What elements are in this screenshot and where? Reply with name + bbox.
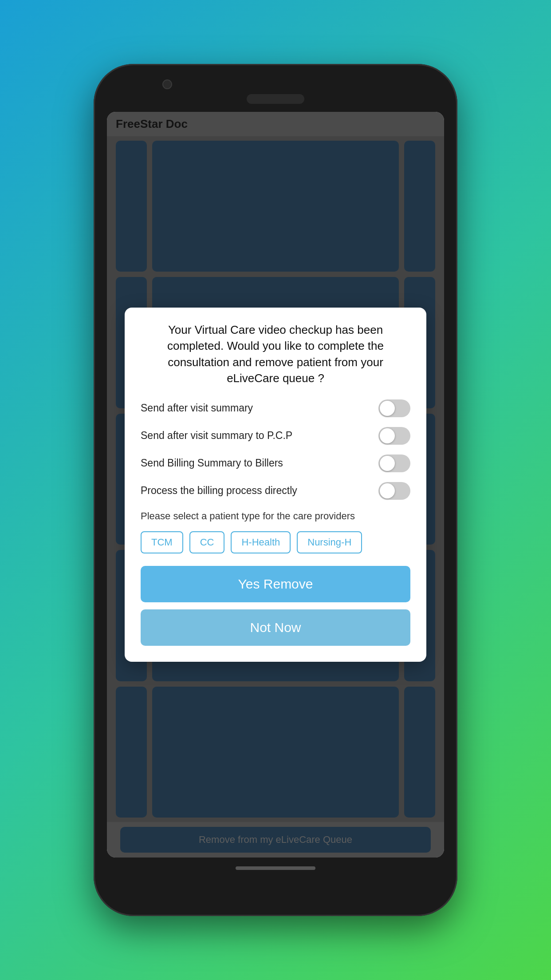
phone-screen: FreeStar Doc <box>107 112 444 858</box>
phone-speaker <box>247 94 304 104</box>
toggle-label-after-visit: Send after visit summary <box>141 402 253 415</box>
phone-frame: FreeStar Doc <box>94 64 457 916</box>
modal-title: Your Virtual Care video checkup has been… <box>141 322 410 387</box>
toggle-label-after-visit-pcp: Send after visit summary to P.C.P <box>141 429 292 443</box>
patient-type-nursing-h[interactable]: Nursing-H <box>297 531 362 553</box>
patient-types-container: TCM CC H-Health Nursing-H <box>141 531 410 553</box>
phone-camera-icon <box>162 79 172 89</box>
toggle-after-visit[interactable] <box>378 399 410 417</box>
toggle-knob-billing-process <box>380 483 395 498</box>
phone-home-indicator <box>236 866 315 870</box>
toggle-row-after-visit-pcp: Send after visit summary to P.C.P <box>141 427 410 445</box>
toggle-row-after-visit: Send after visit summary <box>141 399 410 417</box>
not-now-button[interactable]: Not Now <box>141 609 410 646</box>
patient-type-cc[interactable]: CC <box>189 531 225 553</box>
toggle-row-billing-process: Process the billing process directly <box>141 482 410 500</box>
yes-remove-button[interactable]: Yes Remove <box>141 566 410 602</box>
patient-type-tcm[interactable]: TCM <box>141 531 183 553</box>
toggle-billing-summary[interactable] <box>378 454 410 472</box>
toggle-knob-billing-summary <box>380 456 395 471</box>
modal-dialog: Your Virtual Care video checkup has been… <box>125 308 426 662</box>
phone-top-bar <box>94 64 457 104</box>
toggle-label-billing-summary: Send Billing Summary to Billers <box>141 457 283 470</box>
patient-type-h-health[interactable]: H-Health <box>231 531 291 553</box>
toggle-label-billing-process: Process the billing process directly <box>141 484 297 498</box>
modal-overlay: Your Virtual Care video checkup has been… <box>107 112 444 858</box>
toggle-knob-after-visit <box>380 401 395 416</box>
toggle-billing-process[interactable] <box>378 482 410 500</box>
toggle-knob-after-visit-pcp <box>380 428 395 443</box>
patient-section-label: Please select a patient type for the car… <box>141 510 410 523</box>
toggle-after-visit-pcp[interactable] <box>378 427 410 445</box>
toggle-row-billing-summary: Send Billing Summary to Billers <box>141 454 410 472</box>
